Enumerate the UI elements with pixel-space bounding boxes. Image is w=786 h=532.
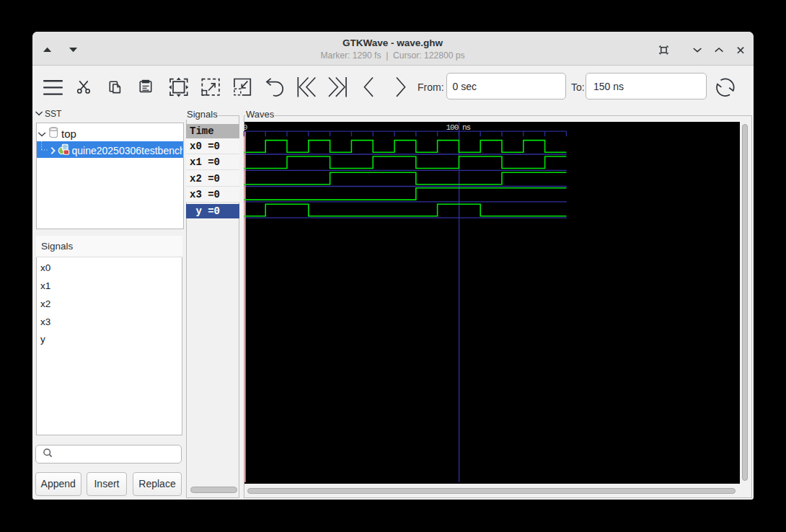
svg-text:100 ns: 100 ns [446,123,471,132]
svg-text:0: 0 [243,123,247,132]
